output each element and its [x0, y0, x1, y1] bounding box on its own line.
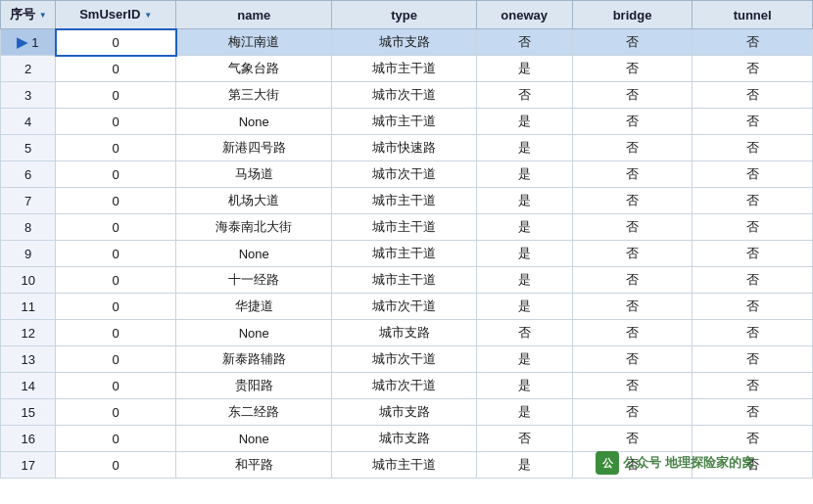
cell-type: 城市支路	[332, 320, 476, 346]
cell-bridge: 否	[572, 452, 693, 479]
cell-type: 城市主干道	[332, 188, 476, 214]
cell-smuserid: 0	[56, 214, 176, 241]
cell-name: 华捷道	[176, 294, 332, 320]
table-row[interactable]: 150东二经路城市支路是否否	[1, 399, 813, 426]
cell-name: 新泰路辅路	[176, 346, 332, 373]
table-row[interactable]: 100十一经路城市主干道是否否	[1, 267, 813, 294]
col-header-tunnel[interactable]: tunnel	[693, 1, 813, 29]
cell-tunnel: 否	[693, 346, 813, 373]
cell-tunnel: 否	[693, 188, 813, 214]
col-header-oneway[interactable]: oneway	[476, 1, 572, 29]
cell-smuserid: 0	[56, 267, 176, 294]
cell-oneway: 是	[476, 135, 572, 161]
cell-bridge: 否	[572, 135, 693, 161]
cell-seq: 16	[1, 426, 56, 452]
cell-oneway: 否	[476, 82, 572, 109]
cell-oneway: 是	[476, 294, 572, 320]
cell-tunnel: 否	[693, 161, 813, 188]
table-row[interactable]: 70机场大道城市主干道是否否	[1, 188, 813, 214]
cell-type: 城市支路	[332, 399, 476, 426]
cell-type: 城市主干道	[332, 109, 476, 135]
table-row[interactable]: 60马场道城市次干道是否否	[1, 161, 813, 188]
table-row[interactable]: 120None城市支路否否否	[1, 320, 813, 346]
table-row[interactable]: 160None城市支路否否否	[1, 426, 813, 452]
cell-oneway: 是	[476, 241, 572, 267]
cell-oneway: 是	[476, 452, 572, 479]
cell-bridge: 否	[572, 294, 693, 320]
table-row[interactable]: 110华捷道城市次干道是否否	[1, 294, 813, 320]
cell-type: 城市主干道	[332, 56, 476, 82]
cell-tunnel: 否	[693, 373, 813, 399]
cell-tunnel: 否	[693, 135, 813, 161]
cell-bridge: 否	[572, 399, 693, 426]
table-row[interactable]: ▶ 10梅江南道城市支路否否否	[1, 29, 813, 56]
col-header-type[interactable]: type	[332, 1, 476, 29]
table-row[interactable]: 20气象台路城市主干道是否否	[1, 56, 813, 82]
cell-tunnel: 否	[693, 399, 813, 426]
table-row[interactable]: 80海泰南北大街城市主干道是否否	[1, 214, 813, 241]
cell-seq: 6	[1, 161, 56, 188]
cell-name: 机场大道	[176, 188, 332, 214]
table-row[interactable]: 140贵阳路城市次干道是否否	[1, 373, 813, 399]
cell-smuserid: 0	[56, 241, 176, 267]
cell-tunnel: 否	[693, 294, 813, 320]
cell-seq: 14	[1, 373, 56, 399]
cell-bridge: 否	[572, 29, 693, 56]
cell-name: 海泰南北大街	[176, 214, 332, 241]
cell-smuserid: 0	[56, 56, 176, 82]
cell-oneway: 是	[476, 56, 572, 82]
cell-name: None	[176, 320, 332, 346]
table-row[interactable]: 30第三大街城市次干道否否否	[1, 82, 813, 109]
cell-bridge: 否	[572, 109, 693, 135]
cell-tunnel: 否	[693, 320, 813, 346]
cell-smuserid: 0	[56, 109, 176, 135]
col-header-seq[interactable]: 序号	[1, 1, 56, 29]
cell-tunnel: 否	[693, 426, 813, 452]
cell-seq: 7	[1, 188, 56, 214]
cell-bridge: 否	[572, 267, 693, 294]
cell-seq: 12	[1, 320, 56, 346]
cell-oneway: 是	[476, 373, 572, 399]
cell-oneway: 是	[476, 267, 572, 294]
cell-oneway: 是	[476, 109, 572, 135]
cell-oneway: 否	[476, 29, 572, 56]
cell-seq: 2	[1, 56, 56, 82]
cell-name: 马场道	[176, 161, 332, 188]
col-header-bridge[interactable]: bridge	[572, 1, 693, 29]
cell-name: None	[176, 241, 332, 267]
data-table-container: 序号SmUserIDnametypeonewaybridgetunnel ▶ 1…	[0, 0, 813, 504]
col-header-smuserid[interactable]: SmUserID	[56, 1, 176, 29]
cell-seq: 4	[1, 109, 56, 135]
cell-bridge: 否	[572, 346, 693, 373]
cell-oneway: 否	[476, 426, 572, 452]
cell-type: 城市主干道	[332, 267, 476, 294]
cell-tunnel: 否	[693, 56, 813, 82]
cell-oneway: 是	[476, 399, 572, 426]
cell-smuserid: 0	[56, 346, 176, 373]
table-row[interactable]: 170和平路城市主干道是否否	[1, 452, 813, 479]
cell-oneway: 是	[476, 188, 572, 214]
table-row[interactable]: 40None城市主干道是否否	[1, 109, 813, 135]
cell-name: 东二经路	[176, 399, 332, 426]
cell-type: 城市次干道	[332, 373, 476, 399]
cell-tunnel: 否	[693, 82, 813, 109]
cell-bridge: 否	[572, 82, 693, 109]
cell-smuserid: 0	[56, 294, 176, 320]
cell-oneway: 是	[476, 214, 572, 241]
table-body: ▶ 10梅江南道城市支路否否否20气象台路城市主干道是否否30第三大街城市次干道…	[1, 29, 813, 479]
cell-bridge: 否	[572, 373, 693, 399]
table-row[interactable]: 90None城市主干道是否否	[1, 241, 813, 267]
cell-smuserid: 0	[56, 426, 176, 452]
cell-bridge: 否	[572, 214, 693, 241]
cell-name: 新港四号路	[176, 135, 332, 161]
table-row[interactable]: 50新港四号路城市快速路是否否	[1, 135, 813, 161]
cell-smuserid: 0	[56, 82, 176, 109]
cell-name: 梅江南道	[176, 29, 332, 56]
table-row[interactable]: 130新泰路辅路城市次干道是否否	[1, 346, 813, 373]
cell-seq: 10	[1, 267, 56, 294]
cell-oneway: 否	[476, 320, 572, 346]
cell-smuserid[interactable]: 0	[56, 29, 176, 56]
col-header-name[interactable]: name	[176, 1, 332, 29]
cell-seq: 9	[1, 241, 56, 267]
cell-type: 城市次干道	[332, 346, 476, 373]
